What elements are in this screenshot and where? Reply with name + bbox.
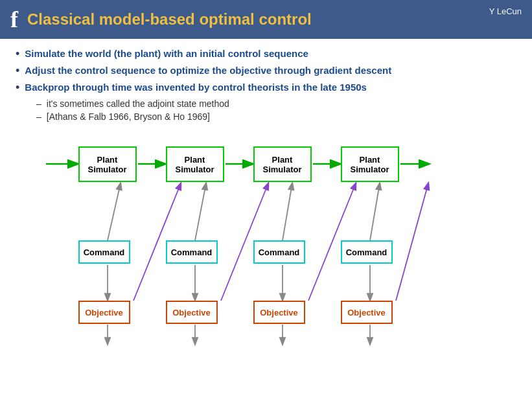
plant-simulator-2: PlantSimulator bbox=[166, 146, 224, 182]
bullet-2: Adjust the control sequence to optimize … bbox=[16, 65, 516, 78]
bullet-3: Backprop through time was invented by co… bbox=[16, 82, 516, 95]
svg-line-6 bbox=[195, 183, 206, 240]
main-bullet-list: Simulate the world (the plant) with an i… bbox=[16, 48, 516, 95]
objective-box-1: Objective bbox=[78, 301, 130, 324]
svg-line-20 bbox=[396, 183, 428, 301]
sub-bullet-1-text: it's sometimes called the adjoint state … bbox=[47, 98, 229, 109]
sub-bullet-1: it's sometimes called the adjoint state … bbox=[36, 98, 516, 109]
svg-line-8 bbox=[370, 183, 380, 240]
command-box-2: Command bbox=[166, 240, 218, 264]
slide-title: Classical model-based optimal control bbox=[27, 10, 312, 29]
plant-simulator-3: PlantSimulator bbox=[253, 146, 312, 182]
command-box-3: Command bbox=[253, 240, 305, 264]
plant-simulator-1: PlantSimulator bbox=[78, 146, 137, 182]
svg-line-7 bbox=[283, 183, 292, 240]
command-box-4: Command bbox=[341, 240, 393, 264]
command-box-1: Command bbox=[78, 240, 130, 264]
sub-bullet-2-text: [Athans & Falb 1966, Bryson & Ho 1969] bbox=[47, 111, 210, 122]
bullet-1-text: Simulate the world (the plant) with an i… bbox=[25, 48, 308, 59]
author-label: Y LeCun bbox=[489, 6, 522, 16]
bullet-1: Simulate the world (the plant) with an i… bbox=[16, 48, 516, 61]
objective-box-4: Objective bbox=[341, 301, 393, 324]
facebook-logo: f bbox=[10, 8, 18, 31]
objective-box-2: Objective bbox=[166, 301, 218, 324]
svg-line-5 bbox=[108, 183, 121, 240]
sub-bullet-2: [Athans & Falb 1966, Bryson & Ho 1969] bbox=[36, 111, 516, 122]
bullet-2-text: Adjust the control sequence to optimize … bbox=[25, 65, 391, 76]
bullet-3-text: Backprop through time was invented by co… bbox=[25, 82, 367, 93]
diagram-area: PlantSimulator PlantSimulator PlantSimul… bbox=[20, 127, 513, 347]
sub-bullet-list: it's sometimes called the adjoint state … bbox=[36, 98, 516, 122]
plant-simulator-4: PlantSimulator bbox=[341, 146, 399, 182]
objective-box-3: Objective bbox=[253, 301, 305, 324]
header: f Classical model-based optimal control … bbox=[0, 0, 532, 39]
content-area: Simulate the world (the plant) with an i… bbox=[0, 39, 532, 347]
